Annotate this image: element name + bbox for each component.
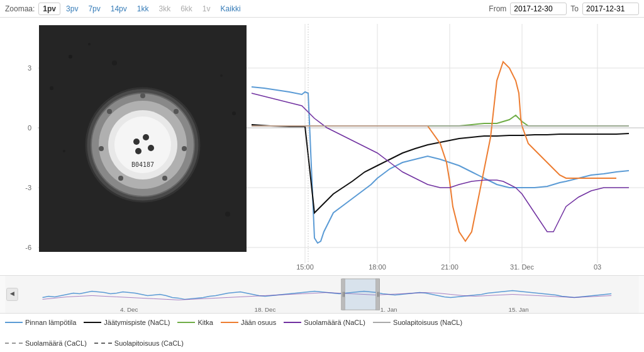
svg-point-42: [99, 146, 104, 151]
svg-point-40: [162, 176, 167, 181]
from-date-input[interactable]: [510, 3, 567, 15]
legend-item-salinity-cacl: Suolapitoisuus (CaCL): [94, 339, 184, 347]
svg-point-41: [118, 176, 123, 181]
legend-item-friction: Kitka: [177, 319, 213, 326]
legend-item-surface-temp: Pinnan lämpötila: [5, 319, 76, 326]
from-label: From: [489, 4, 506, 13]
svg-text:03: 03: [594, 263, 601, 271]
zoom-label: Zoomaa:: [5, 4, 35, 13]
svg-point-45: [143, 134, 149, 140]
sensor-image: B04187: [39, 25, 247, 252]
legend-line-salinity-nacl: [373, 322, 391, 323]
legend-item-salinity-nacl: Suolapitoisuus (NaCL): [373, 319, 462, 326]
legend-label-freezing: Jäätymispiste (NaCL): [104, 319, 170, 326]
legend-line-ice: [221, 322, 238, 323]
svg-text:21:00: 21:00: [441, 263, 458, 271]
svg-text:31. Dec: 31. Dec: [510, 263, 534, 271]
svg-text:4. Dec: 4. Dec: [120, 306, 138, 313]
zoom-1v: 1v: [198, 3, 215, 15]
main-chart-area: 3 0 -3 -6 15:00 18:00 21:00 31. Dec 03: [0, 18, 644, 276]
legend-label-salinity-nacl: Suolapitoisuus (NaCL): [393, 319, 462, 326]
svg-point-28: [220, 74, 223, 77]
svg-point-47: [135, 148, 142, 154]
svg-point-29: [232, 111, 236, 115]
legend-label-friction: Kitka: [197, 319, 213, 326]
svg-text:15:00: 15:00: [296, 263, 314, 271]
legend-line-salt-cacl: [5, 343, 23, 344]
top-bar: Zoomaa: 1pv 3pv 7pv 14pv 1kk 3kk 6kk 1v …: [0, 0, 644, 18]
legend-item-freezing: Jäätymispiste (NaCL): [84, 319, 170, 326]
svg-point-39: [182, 146, 187, 151]
svg-point-30: [63, 150, 65, 152]
svg-point-37: [140, 93, 145, 98]
svg-point-43: [107, 109, 112, 114]
svg-text:1. Jan: 1. Jan: [380, 306, 397, 313]
legend-label-salt-cacl: Suolamäärä (CaCL): [25, 339, 87, 347]
mini-chart-area: 4. Dec 18. Dec 1. Jan 15. Jan ◄: [0, 276, 644, 314]
svg-text:-6: -6: [25, 244, 31, 251]
zoom-7pv[interactable]: 7pv: [84, 3, 104, 15]
zoom-kaikki[interactable]: Kaikki: [216, 3, 245, 15]
mini-chart-svg: 4. Dec 18. Dec 1. Jan 15. Jan ◄: [0, 276, 644, 313]
zoom-3pv[interactable]: 3pv: [62, 3, 82, 15]
zoom-6kk: 6kk: [176, 3, 197, 15]
svg-rect-50: [342, 279, 379, 310]
svg-point-44: [133, 139, 140, 145]
to-date-input[interactable]: [582, 3, 639, 15]
legend-item-salt-cacl: Suolamäärä (CaCL): [5, 339, 87, 347]
svg-point-31: [225, 212, 230, 217]
svg-text:18:00: 18:00: [369, 263, 386, 271]
svg-text:15. Jan: 15. Jan: [509, 306, 529, 313]
legend-label-ice: Jään osuus: [241, 319, 276, 326]
legend-item-ice: Jään osuus: [221, 319, 276, 326]
legend-label-salinity-cacl: Suolapitoisuus (CaCL): [114, 339, 184, 347]
svg-point-27: [50, 86, 53, 90]
date-range: From To: [489, 3, 639, 15]
zoom-3kk: 3kk: [154, 3, 175, 15]
zoom-14pv[interactable]: 14pv: [106, 3, 131, 15]
svg-text:3: 3: [28, 64, 31, 72]
to-label: To: [570, 4, 579, 13]
legend-line-friction: [177, 322, 195, 323]
svg-point-25: [88, 43, 91, 45]
zoom-1kk[interactable]: 1kk: [133, 3, 153, 15]
legend-area: Pinnan lämpötila Jäätymispiste (NaCL) Ki…: [0, 314, 644, 352]
svg-point-24: [69, 55, 72, 59]
svg-text:0: 0: [28, 124, 31, 132]
zoom-1pv[interactable]: 1pv: [38, 3, 60, 15]
legend-item-salt-nacl: Suolamäärä (NaCL): [284, 319, 365, 326]
legend-line-freezing: [84, 322, 101, 323]
svg-text:B04187: B04187: [131, 161, 154, 168]
svg-point-46: [148, 145, 154, 151]
svg-text:-3: -3: [25, 184, 31, 191]
svg-point-26: [112, 60, 117, 65]
legend-label-salt-nacl: Suolamäärä (NaCL): [304, 319, 365, 326]
svg-text:18. Dec: 18. Dec: [255, 306, 276, 313]
svg-text:◄: ◄: [9, 289, 16, 298]
legend-line-salinity-cacl: [94, 343, 112, 344]
svg-rect-49: [6, 276, 639, 313]
legend-label-surface-temp: Pinnan lämpötila: [25, 319, 76, 326]
svg-point-38: [174, 109, 179, 114]
legend-line-salt-nacl: [284, 322, 301, 323]
legend-line-surface-temp: [5, 322, 23, 323]
